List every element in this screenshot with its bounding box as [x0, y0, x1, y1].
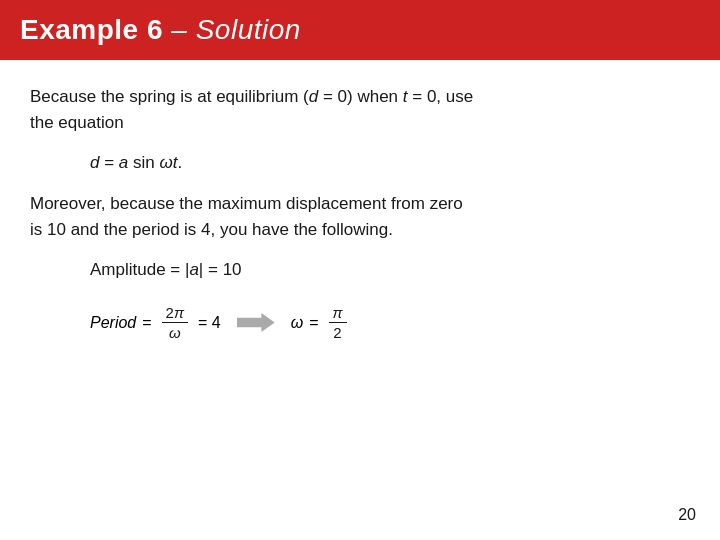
slide-header: Example 6 Example 6 – Solution– Solution — [0, 0, 720, 60]
period-fraction-denominator: ω — [165, 323, 185, 341]
equals-sign-2: = 4 — [198, 314, 221, 332]
equals-sign-1: = — [142, 314, 151, 332]
slide-title: Example 6 Example 6 – Solution– Solution — [20, 14, 700, 46]
amplitude-line: Amplitude = |a| = 10 — [90, 260, 690, 280]
slide-content: Because the spring is at equilibrium (d … — [0, 84, 720, 341]
omega-fraction-denominator: 2 — [329, 323, 345, 341]
equation-1: d = a sin ωt. — [90, 153, 690, 173]
arrow-icon — [237, 311, 275, 335]
equals-sign-3: = — [309, 314, 318, 332]
period-section: Period = 2π ω = 4 ω = π 2 — [90, 304, 690, 341]
period-fraction-numerator: 2π — [162, 304, 188, 323]
page-number: 20 — [678, 506, 696, 524]
paragraph-1: Because the spring is at equilibrium (d … — [30, 84, 690, 135]
period-expression: Period = 2π ω = 4 ω = π 2 — [90, 304, 351, 341]
paragraph-2: Moreover, because the maximum displaceme… — [30, 191, 690, 242]
omega-fraction-numerator: π — [329, 304, 347, 323]
omega-symbol: ω — [291, 314, 303, 332]
period-fraction: 2π ω — [162, 304, 188, 341]
period-word: Period — [90, 314, 136, 332]
omega-fraction: π 2 — [329, 304, 347, 341]
